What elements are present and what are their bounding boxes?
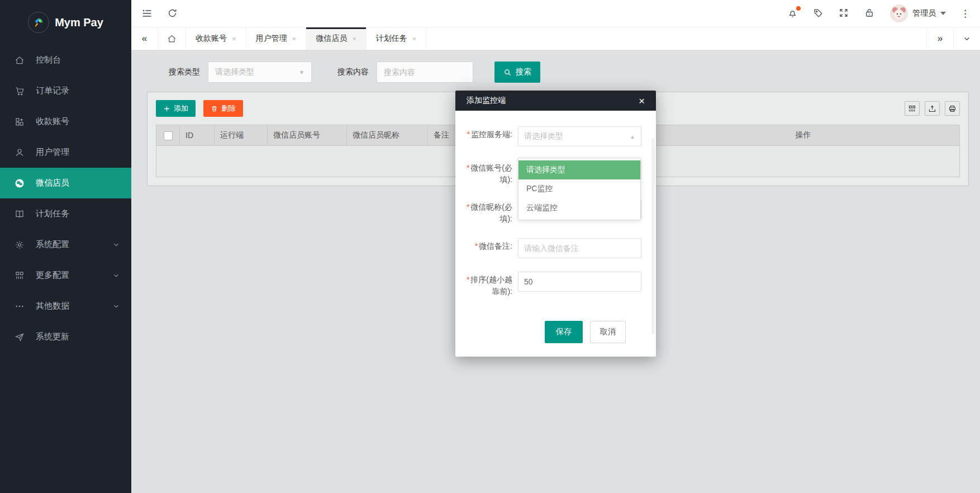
field-label: *微信备注:: [465, 238, 518, 252]
select-placeholder: 请选择类型: [524, 131, 563, 141]
field-label: *排序(越小越靠前):: [465, 272, 518, 297]
tab-home[interactable]: [158, 27, 186, 50]
sidebar-item-wechat-staff[interactable]: 微信店员: [0, 168, 131, 198]
delete-button[interactable]: 删除: [203, 100, 243, 117]
tabs-scroll-right-button[interactable]: »: [926, 27, 953, 50]
sidebar-item-orders[interactable]: 订单记录: [0, 75, 131, 106]
page-content: 搜索类型 请选择类型 ▼ 搜索内容 搜索 添加 删除: [131, 50, 980, 493]
add-button-label: 添加: [174, 103, 188, 113]
navbar-right: 管理员 ⋮: [787, 4, 970, 22]
sidebar-item-other-data[interactable]: 其他数据: [0, 291, 131, 321]
modal-close-icon[interactable]: ×: [639, 96, 645, 106]
accounts-grid-icon: [15, 117, 25, 127]
tabs-menu-button[interactable]: [953, 27, 980, 50]
search-content-input[interactable]: [377, 61, 473, 83]
search-type-select[interactable]: 请选择类型 ▼: [208, 61, 312, 83]
tab-label: 微信店员: [316, 34, 347, 44]
select-all-cell: [156, 125, 180, 146]
printer-icon: [948, 105, 957, 113]
field-sort-order: *排序(越小越靠前):: [465, 272, 641, 297]
tab-label: 用户管理: [256, 34, 287, 44]
sidebar-item-label: 更多配置: [36, 270, 69, 281]
dropdown-option-pc-monitor[interactable]: PC监控: [518, 179, 640, 198]
close-tab-icon[interactable]: ×: [412, 35, 417, 43]
cart-icon: [15, 86, 25, 96]
sidebar-item-scheduled-tasks[interactable]: 计划任务: [0, 198, 131, 229]
field-label: *微信昵称(必填):: [465, 199, 518, 225]
tabbar-spacer: [426, 27, 926, 50]
monitor-server-dropdown: 请选择类型 PC监控 云端监控: [518, 158, 641, 220]
column-header-nickname: 微信店员昵称: [347, 125, 428, 146]
sidebar-item-more-config[interactable]: 更多配置: [0, 260, 131, 291]
field-label: *监控服务端:: [465, 126, 518, 140]
dropdown-option-cloud-monitor[interactable]: 云端监控: [518, 198, 640, 217]
rocket-logo-icon: [28, 12, 49, 33]
wechat-remark-input[interactable]: [518, 238, 641, 258]
sidebar-item-system-config[interactable]: 系统配置: [0, 229, 131, 260]
sidebar-item-label: 收款账号: [36, 116, 69, 127]
field-monitor-server: *监控服务端: 请选择类型 ▲: [465, 126, 641, 146]
save-button[interactable]: 保存: [545, 321, 583, 343]
app-title: Mym Pay: [55, 16, 103, 29]
monitor-server-select[interactable]: 请选择类型 ▲: [518, 126, 641, 146]
select-all-checkbox[interactable]: [164, 131, 173, 140]
sidebar-item-accounts[interactable]: 收款账号: [0, 106, 131, 137]
cancel-button[interactable]: 取消: [590, 321, 626, 343]
plus-icon: [163, 105, 170, 112]
required-mark: *: [475, 241, 478, 250]
add-monitor-modal: 添加监控端 × *监控服务端: 请选择类型 ▲ *微信账号(必填): *微信昵称…: [455, 91, 656, 357]
required-mark: *: [467, 130, 470, 139]
sidebar-item-label: 系统更新: [36, 331, 69, 342]
search-button-label: 搜索: [516, 67, 531, 77]
tabs-scroll-left-button[interactable]: «: [131, 27, 158, 50]
user-menu[interactable]: 管理员: [890, 4, 946, 22]
close-tab-icon[interactable]: ×: [232, 35, 236, 43]
sort-order-input[interactable]: [518, 272, 641, 292]
fullscreen-icon[interactable]: [839, 8, 850, 19]
sidebar-item-label: 系统配置: [36, 239, 69, 250]
dropdown-option-placeholder[interactable]: 请选择类型: [518, 160, 640, 179]
print-button[interactable]: [945, 101, 960, 116]
chevron-down-icon: [112, 272, 120, 279]
collapse-menu-icon[interactable]: [141, 8, 153, 19]
wechat-icon: [15, 178, 25, 188]
sidebar-item-dashboard[interactable]: 控制台: [0, 45, 131, 75]
avatar: [890, 4, 908, 22]
add-button[interactable]: 添加: [156, 100, 196, 117]
notifications-bell-icon[interactable]: [787, 8, 798, 19]
gear-icon: [15, 240, 25, 250]
required-mark: *: [467, 163, 469, 172]
tab-payment-accounts[interactable]: 收款账号 ×: [186, 27, 246, 50]
close-tab-icon[interactable]: ×: [292, 35, 297, 43]
sidebar-item-label: 用户管理: [36, 147, 69, 158]
lock-icon[interactable]: [864, 8, 876, 19]
sidebar-item-system-update[interactable]: 系统更新: [0, 321, 131, 352]
close-tab-icon[interactable]: ×: [352, 35, 356, 43]
tab-label: 计划任务: [376, 34, 407, 44]
required-mark: *: [467, 275, 469, 284]
kebab-menu-icon[interactable]: ⋮: [960, 9, 970, 18]
chevron-down-icon: [112, 302, 120, 310]
tab-bar: « 收款账号 × 用户管理 × 微信店员 × 计划任务 × »: [131, 27, 980, 50]
search-bar: 搜索类型 请选择类型 ▼ 搜索内容 搜索: [131, 50, 980, 83]
modal-body: *监控服务端: 请选择类型 ▲ *微信账号(必填): *微信昵称(必填): *微…: [455, 111, 656, 357]
tab-wechat-staff[interactable]: 微信店员 ×: [306, 27, 367, 50]
columns-filter-button[interactable]: [905, 101, 920, 116]
tab-user-management[interactable]: 用户管理 ×: [246, 27, 307, 50]
home-icon: [15, 55, 25, 65]
modal-scrollbar[interactable]: [651, 139, 655, 334]
tag-icon[interactable]: [813, 8, 824, 19]
user-caret-icon: [940, 12, 946, 15]
modal-title: 添加监控端: [467, 96, 506, 106]
main-area: 管理员 ⋮ « 收款账号 × 用户管理 × 微信店员 × 计划任务 × »: [131, 0, 980, 493]
sidebar-item-users[interactable]: 用户管理: [0, 137, 131, 168]
search-type-placeholder: 请选择类型: [215, 67, 254, 77]
search-button[interactable]: 搜索: [494, 61, 540, 83]
refresh-icon[interactable]: [167, 8, 178, 19]
tab-scheduled-tasks[interactable]: 计划任务 ×: [367, 27, 427, 50]
export-icon: [928, 105, 936, 113]
search-icon: [503, 68, 512, 77]
required-mark: *: [467, 202, 469, 211]
chevron-down-icon: [112, 241, 120, 249]
export-button[interactable]: [925, 101, 940, 116]
